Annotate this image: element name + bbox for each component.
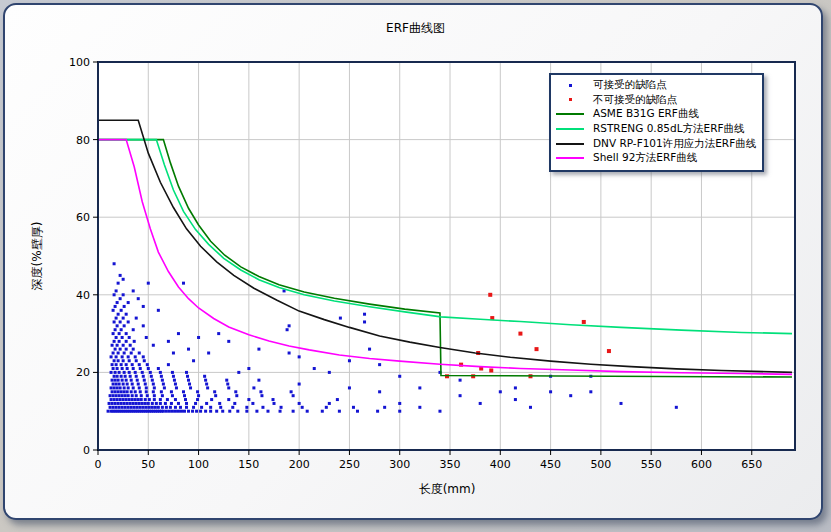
data-point — [142, 305, 145, 308]
data-point — [197, 336, 200, 339]
legend-item-label: 不可接受的缺陷点 — [593, 93, 677, 107]
data-point — [141, 371, 144, 374]
data-point — [116, 367, 119, 370]
data-point — [218, 402, 221, 405]
legend-item-label: RSTRENG 0.85dL方法ERF曲线 — [593, 122, 745, 136]
data-point — [121, 367, 124, 370]
data-point — [135, 375, 138, 378]
data-point — [127, 301, 130, 304]
data-point — [132, 402, 135, 405]
data-point — [117, 359, 120, 362]
x-tick-label: 650 — [741, 458, 762, 471]
data-point — [378, 390, 381, 393]
data-point — [122, 359, 125, 362]
data-point — [162, 410, 165, 413]
data-point — [170, 390, 173, 393]
data-point — [183, 410, 186, 413]
data-point — [214, 394, 217, 397]
data-point — [149, 371, 152, 374]
legend-line-swatch-icon — [553, 157, 587, 159]
data-point — [235, 394, 238, 397]
data-point — [123, 352, 126, 355]
data-point — [209, 406, 212, 409]
data-point — [514, 386, 517, 389]
data-point — [479, 402, 482, 405]
data-point — [231, 406, 234, 409]
data-point — [376, 410, 379, 413]
data-point — [363, 320, 366, 323]
data-point — [135, 359, 138, 362]
data-point — [115, 289, 118, 292]
x-tick-label: 200 — [289, 458, 310, 471]
data-point — [182, 282, 185, 285]
data-point — [113, 375, 116, 378]
data-point — [234, 390, 237, 393]
data-point — [124, 375, 127, 378]
data-point — [184, 398, 187, 401]
data-point — [119, 398, 122, 401]
data-point — [141, 402, 144, 405]
data-point — [115, 317, 118, 320]
data-point — [325, 406, 328, 409]
data-point — [120, 375, 123, 378]
data-point — [398, 402, 401, 405]
data-point — [134, 398, 137, 401]
data-point — [188, 383, 191, 386]
x-tick-label: 500 — [590, 458, 611, 471]
data-point — [110, 355, 113, 358]
data-point — [348, 386, 351, 389]
data-point — [160, 390, 163, 393]
data-point — [114, 305, 117, 308]
data-point — [196, 398, 199, 401]
data-point — [116, 324, 119, 327]
data-point — [159, 371, 162, 374]
data-point — [121, 406, 124, 409]
y-tick-label: 40 — [76, 289, 90, 302]
data-point — [151, 406, 154, 409]
data-point — [132, 386, 135, 389]
data-point — [145, 390, 148, 393]
data-point — [363, 313, 366, 316]
data-point — [137, 398, 140, 401]
data-point — [152, 344, 155, 347]
data-point — [112, 367, 115, 370]
data-point — [130, 406, 133, 409]
data-point — [321, 410, 324, 413]
data-point — [210, 398, 213, 401]
chart-title: ERF曲线图 — [0, 20, 831, 37]
data-point — [122, 293, 125, 296]
data-point — [499, 390, 502, 393]
data-point — [161, 379, 164, 382]
data-point — [118, 340, 121, 343]
data-point — [123, 386, 126, 389]
data-point — [620, 402, 623, 405]
y-axis-title: 深度(%壁厚) — [29, 222, 46, 291]
data-point — [206, 386, 209, 389]
data-point — [279, 410, 282, 413]
data-point — [186, 375, 189, 378]
data-point — [113, 340, 116, 343]
data-point — [174, 410, 177, 413]
data-point — [113, 386, 116, 389]
data-point — [227, 340, 230, 343]
data-point — [161, 406, 164, 409]
data-point — [122, 344, 125, 347]
data-point — [259, 390, 262, 393]
y-tick-label: 80 — [76, 134, 90, 147]
data-point — [209, 410, 212, 413]
data-point — [185, 406, 188, 409]
data-point — [132, 348, 135, 351]
data-point — [225, 379, 228, 382]
data-point — [119, 297, 122, 300]
data-point — [120, 402, 123, 405]
data-point — [109, 394, 112, 397]
data-point — [159, 398, 162, 401]
data-point — [213, 390, 216, 393]
data-point — [110, 371, 113, 374]
data-point — [127, 355, 130, 358]
data-point — [116, 386, 119, 389]
data-point — [313, 367, 316, 370]
data-point — [257, 379, 260, 382]
data-point — [139, 367, 142, 370]
data-point — [150, 375, 153, 378]
